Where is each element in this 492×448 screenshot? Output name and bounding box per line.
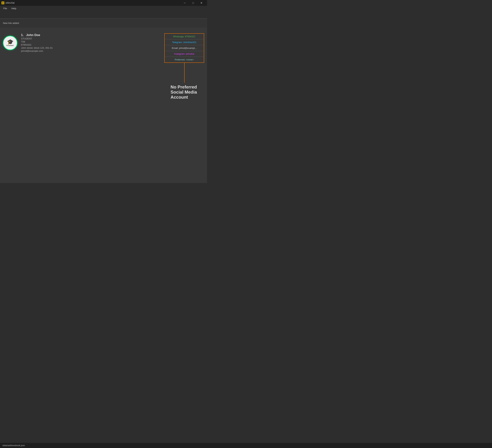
whatsapp-item[interactable]: Whatsapp: 87654321 [165, 34, 204, 40]
file-menu[interactable]: File [1, 6, 9, 10]
no-preferred-text: No Preferred Social Media Account [171, 85, 197, 100]
avatar: 🎓 STUDENT [3, 36, 17, 50]
contact-index: 1. [21, 33, 23, 37]
avatar-role-label: STUDENT [6, 45, 14, 46]
close-button[interactable]: ✕ [197, 0, 205, 6]
contact-name: John Doe [26, 33, 40, 37]
contact-email: johnd@example.com [21, 50, 53, 52]
contact-left: 🎓 STUDENT 1. John Doe STUDENT T08 876543… [3, 33, 53, 52]
contact-group: T08 [21, 40, 53, 43]
contact-role: STUDENT [21, 37, 53, 40]
contact-phone: 87654321 [21, 43, 53, 46]
minimize-button[interactable]: ─ [181, 0, 189, 6]
instagram-item[interactable]: Instagram: johndoe [165, 51, 204, 57]
annotation-wrapper: No Preferred Social Media Account [164, 63, 204, 100]
social-panel: Whatsapp: 87654321 Telegram: JohnDoe321 … [164, 33, 204, 63]
contact-name-full: 1. John Doe [21, 33, 53, 37]
toolbar-area [0, 11, 207, 19]
maximize-button[interactable]: □ [189, 0, 197, 6]
menu-bar: File Help [0, 6, 207, 11]
no-preferred-block: No Preferred Social Media Account [171, 85, 204, 100]
notification-text: New link added [3, 22, 19, 24]
preferred-item[interactable]: Preferred: <none> [165, 57, 204, 62]
contact-address: John street, block 123, #01-01 [21, 47, 53, 49]
title-bar: U uNivUSal ─ □ ✕ [0, 0, 207, 6]
annotation-line [184, 63, 184, 83]
main-content: 🎓 STUDENT 1. John Doe STUDENT T08 876543… [0, 28, 207, 183]
contact-info: 1. John Doe STUDENT T08 87654321 John st… [21, 33, 53, 52]
email-item[interactable]: Email: johnd@exampl... [165, 45, 204, 51]
notification-bar: New link added [0, 19, 207, 28]
telegram-item[interactable]: Telegram: JohnDoe321 [165, 40, 204, 45]
graduation-cap-icon: 🎓 [7, 39, 14, 45]
app-title: uNivUSal [5, 2, 14, 4]
contact-card: 🎓 STUDENT 1. John Doe STUDENT T08 876543… [3, 30, 204, 103]
window-controls: ─ □ ✕ [181, 0, 205, 6]
title-bar-left: U uNivUSal [1, 1, 14, 4]
help-menu[interactable]: Help [10, 6, 18, 10]
app-icon: U [1, 1, 4, 4]
contact-right: Whatsapp: 87654321 Telegram: JohnDoe321 … [164, 33, 204, 100]
